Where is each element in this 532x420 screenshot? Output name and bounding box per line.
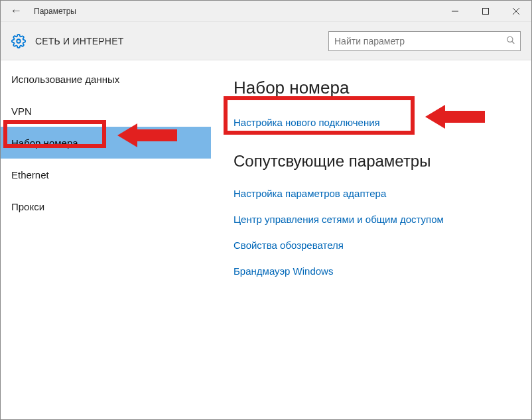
window-title: Параметры [34,7,76,16]
sidebar: Использование данных VPN Набор номера Et… [1,60,211,419]
search-input[interactable] [328,31,521,51]
back-arrow-icon[interactable]: ← [10,4,22,18]
sidebar-item-vpn[interactable]: VPN [1,95,211,127]
section-heading-related: Сопутсвующие параметры [233,152,509,171]
sidebar-item-label: Прокси [11,201,44,212]
maximize-button[interactable] [470,1,501,22]
link-network-center[interactable]: Центр управления сетями и общим доступом [233,214,509,225]
link-browser-properties[interactable]: Свойства обозревателя [233,240,509,251]
sidebar-item-ethernet[interactable]: Ethernet [1,159,211,190]
minimize-button[interactable] [440,1,470,22]
content: Набор номера Настройка нового подключени… [211,60,531,419]
section-heading-dialup: Набор номера [233,78,509,98]
sidebar-item-data-usage[interactable]: Использование данных [1,63,211,95]
sidebar-item-label: VPN [11,105,32,117]
header-band: СЕТЬ И ИНТЕРНЕТ [1,22,531,60]
svg-rect-1 [483,8,489,14]
gear-icon [11,34,26,48]
sidebar-item-label: Набор номера [11,137,78,149]
window-controls [440,1,531,22]
page-title: СЕТЬ И ИНТЕРНЕТ [35,36,123,46]
title-bar: ← Параметры [1,1,531,22]
link-new-connection[interactable]: Настройка нового подключения [233,117,509,128]
link-adapter-settings[interactable]: Настройка параметров адаптера [233,188,509,199]
body: Использование данных VPN Набор номера Et… [1,60,531,419]
link-firewall[interactable]: Брандмауэр Windows [233,265,509,277]
sidebar-item-dialup[interactable]: Набор номера [1,127,211,159]
maximize-icon [482,8,489,15]
svg-point-4 [17,39,21,43]
close-icon [513,8,519,15]
close-button[interactable] [501,1,531,22]
search-wrap [328,31,521,51]
header-left: СЕТЬ И ИНТЕРНЕТ [11,34,123,48]
title-bar-left: ← Параметры [1,4,76,18]
minimize-icon [452,8,458,15]
sidebar-item-proxy[interactable]: Прокси [1,190,211,222]
sidebar-item-label: Использование данных [11,74,119,85]
sidebar-item-label: Ethernet [11,169,49,180]
